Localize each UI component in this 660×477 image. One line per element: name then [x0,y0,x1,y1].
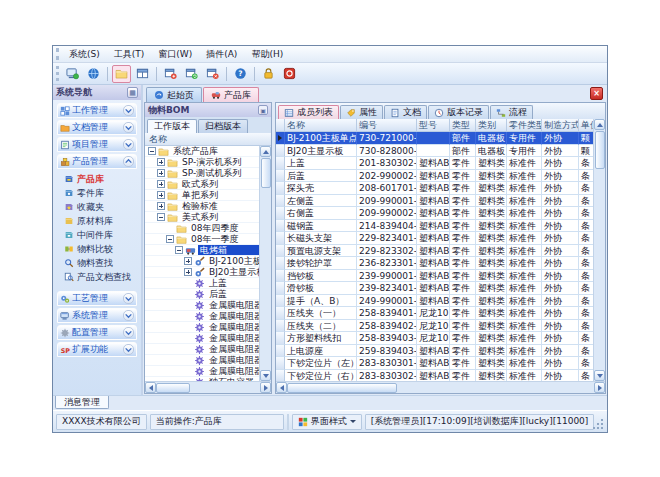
table-row[interactable]: 滑钞板239-823401-00X塑料ABS零件塑料类标准件外协条 [276,282,593,295]
scroll-up-icon[interactable] [594,119,605,130]
scroll-down-icon[interactable] [594,370,605,381]
folder-button[interactable] [112,65,131,83]
expand-icon[interactable] [157,180,165,188]
expand-icon[interactable] [157,169,165,177]
tree-node-BJ-2100主板单点[interactable]: BJ-2100主板单点 [145,256,259,267]
sidebar-menu-button[interactable]: ▦ [127,87,138,98]
table-row[interactable]: 上盖201-830302-00X塑料ABS零件塑料类标准件外协条 [276,157,593,170]
menu-item-h[interactable]: 帮助(H) [244,47,290,62]
scroll-right-icon[interactable] [260,382,271,393]
workspace-button[interactable] [63,65,82,83]
scroll-up-icon[interactable] [260,146,271,157]
table-row[interactable]: BJ20主显示板730-828000-04X部件电器板专用件外协颗 [276,145,593,158]
tree-node-金属膜电阻器[interactable]: 金属膜电阻器 [145,366,259,377]
scrollbar-thumb[interactable] [595,131,605,169]
column-header-制造方式[interactable]: 制造方式 [542,119,579,132]
column-header-型号[interactable]: 型号 [417,119,450,132]
lock-button[interactable] [259,65,278,83]
scrollbar-thumb[interactable] [156,383,190,393]
table-row[interactable]: 上电源座259-839403-00X塑料ABS零件塑料类标准件外协条 [276,345,593,358]
tree-node-金属膜电阻器[interactable]: 金属膜电阻器 [145,300,259,311]
tree-node-SP-测试机系列[interactable]: SP-测试机系列 [145,168,259,179]
tree-node-欧式系列[interactable]: 欧式系列 [145,179,259,190]
menu-item-w[interactable]: 窗口(W) [151,47,199,62]
table-row[interactable]: 左侧盖209-990001-01X塑料ABS零件塑料类标准件外协条 [276,195,593,208]
collapse-icon[interactable] [148,147,156,155]
sidebar-item-产品文档查找[interactable]: 产品文档查找 [64,270,137,284]
tree-node-SP-演示机系列[interactable]: SP-演示机系列 [145,157,259,168]
scroll-down-icon[interactable] [260,370,271,381]
table-row[interactable]: 下钞定位片（左）283-830301-00X塑料ABS零件塑料类标准件外协条 [276,357,593,370]
tree-node-BJ20主显示板[interactable]: BJ20主显示板 [145,267,259,278]
column-header-零件类型[interactable]: 零件类型 [507,119,542,132]
column-header-类型[interactable]: 类型 [450,119,476,132]
sidebar-item-原材料库[interactable]: 原材料库 [64,214,137,228]
tree-node-后盖[interactable]: 后盖 [145,289,259,300]
tab-文档[interactable]: 文档 [384,105,427,119]
tree-node-金属膜电阻器[interactable]: 金属膜电阻器 [145,311,259,322]
column-header-单位[interactable]: 单位 [579,119,593,132]
table-row[interactable]: 长磁头支架229-823401-00X塑料ABS零件塑料类标准件外协条 [276,232,593,245]
sidebar-group-扩展功能[interactable]: SP扩展功能 [57,342,137,357]
chevron-up-icon[interactable] [123,156,134,167]
chevron-down-icon[interactable] [123,344,134,355]
chevron-down-icon[interactable] [123,122,134,133]
table-row[interactable]: 挡钞板239-990001-01X塑料ABS零件塑料类标准件外协条 [276,270,593,283]
tree-node-08年四季度[interactable]: 08年四季度 [145,223,259,234]
tab-归档版本[interactable]: 归档版本 [198,119,248,133]
collapse-icon[interactable] [157,213,165,221]
table-row[interactable]: 右侧盖209-990002-01X塑料ABS零件塑料类标准件外协条 [276,207,593,220]
table-row[interactable]: 下钞定位片（右）283-830302-00X塑料ABS零件塑料类标准件外协条 [276,370,593,382]
tree-node-检验标准[interactable]: 检验标准 [145,201,259,212]
sidebar-group-工作管理[interactable]: 工作管理 [57,103,137,118]
help-button[interactable]: ? [231,65,250,83]
scrollbar-thumb[interactable] [261,158,271,188]
scroll-left-icon[interactable] [145,382,156,393]
window-refresh-button[interactable] [182,65,201,83]
menu-item-a[interactable]: 插件(A) [199,47,244,62]
sidebar-item-零件库[interactable]: 零件库 [64,186,137,200]
expand-icon[interactable] [157,202,165,210]
tab-工作版本[interactable]: 工作版本 [147,119,197,133]
tab-流程[interactable]: 流程 [490,105,533,119]
chevron-down-icon[interactable] [123,139,134,150]
tab-message-management[interactable]: 消息管理 [55,396,109,409]
sidebar-group-系统管理[interactable]: 系统管理 [57,308,137,323]
expand-icon[interactable] [184,268,192,276]
tab-产品库[interactable]: 产品库 [203,87,259,102]
tree-node-电烤箱[interactable]: 电烤箱 [145,245,259,256]
table-row[interactable]: 磁钢盖214-839404-01X塑料ABS零件塑料类标准件外协条 [276,220,593,233]
table-row[interactable]: 接钞轮护罩236-823301-00X塑料ABS零件塑料类标准件外协条 [276,257,593,270]
menubar-grip[interactable] [56,48,59,59]
chevron-down-icon[interactable] [123,293,134,304]
column-header-编号[interactable]: 编号 [357,119,417,132]
bom-column-header[interactable]: 名称 [145,133,271,146]
scroll-right-icon[interactable] [594,382,605,393]
column-header-名称[interactable]: 名称 [285,119,357,132]
table-row[interactable]: BJ-2100主板单点730-721000-12X部件电器板专用件外协颗 [276,132,593,145]
tree-node-系统产品库[interactable]: 系统产品库 [145,146,259,157]
close-tab-button[interactable]: × [590,87,603,100]
sidebar-item-物料比较[interactable]: 物料比较 [64,242,137,256]
bom-panel-pin-button[interactable]: ▣ [258,105,268,115]
tree-node-金属膜电阻器[interactable]: 金属膜电阻器 [145,355,259,366]
sidebar-group-配置管理[interactable]: 配置管理 [57,325,137,340]
scrollbar-thumb[interactable] [287,383,397,393]
table-row[interactable]: 压线夹（二）258-839402-00X尼龙1010零件塑料类标准件外协条 [276,320,593,333]
resize-grip[interactable] [597,414,604,430]
tab-版本记录[interactable]: 版本记录 [428,105,489,119]
sidebar-item-物料查找[interactable]: 物料查找 [64,256,137,270]
table-vertical-scrollbar[interactable] [593,119,605,381]
menu-item-s[interactable]: 系统(S) [62,47,107,62]
sidebar-item-收藏夹[interactable]: 收藏夹 [64,200,137,214]
tree-node-金属膜电阻器[interactable]: 金属膜电阻器 [145,333,259,344]
tab-起始页[interactable]: 起始页 [146,87,202,102]
window-new-button[interactable] [161,65,180,83]
expand-icon[interactable] [157,158,165,166]
window-close-button[interactable] [203,65,222,83]
tree-node-美式系列[interactable]: 美式系列 [145,212,259,223]
table-row[interactable]: 压线夹（一）258-839401-00X尼龙1010零件塑料类标准件外协条 [276,307,593,320]
tree-node-上盖[interactable]: 上盖 [145,278,259,289]
column-header-类别[interactable]: 类别 [476,119,507,132]
chevron-down-icon[interactable] [123,105,134,116]
